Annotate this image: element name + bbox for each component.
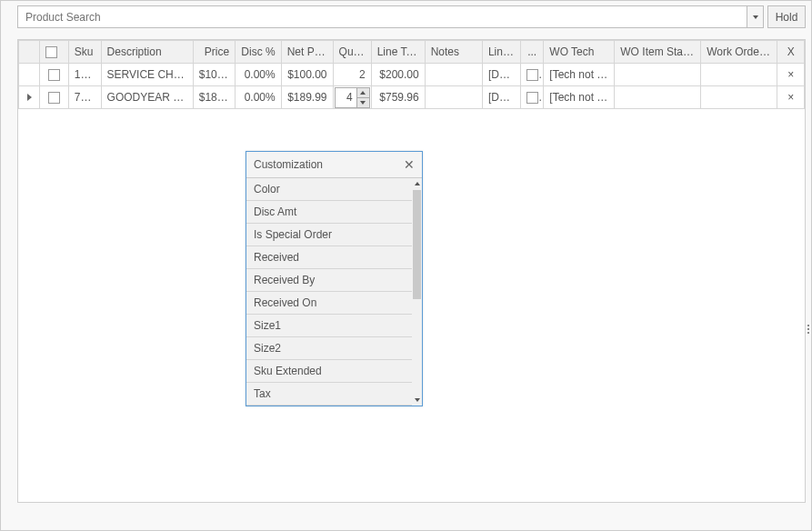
close-icon[interactable]: ✕ [404, 157, 415, 172]
customization-title: Customization [254, 158, 323, 171]
col-line-i[interactable]: Line I... [482, 41, 520, 64]
cell-price[interactable]: $189··· [193, 86, 235, 109]
quantity-stepper[interactable]: 4 [335, 87, 370, 108]
checkbox-icon [48, 92, 60, 104]
cell-work-order-id[interactable] [701, 86, 777, 109]
hold-button[interactable]: Hold [767, 5, 806, 28]
spin-down-button[interactable] [357, 98, 369, 107]
checkbox-icon [45, 46, 57, 58]
cell-description[interactable]: SERVICE CHARGE... [101, 64, 193, 86]
checkbox-icon [526, 92, 538, 104]
col-wo-tech[interactable]: WO Tech [544, 41, 615, 64]
cell-indicator [19, 64, 40, 86]
customization-item[interactable]: Color [246, 178, 412, 201]
product-search-input[interactable] [18, 6, 747, 27]
customization-header[interactable]: Customization ✕ [246, 152, 422, 178]
cell-select[interactable] [40, 64, 69, 86]
cell-net-price[interactable]: $189.99 [281, 86, 333, 109]
col-price[interactable]: Price [193, 41, 235, 64]
cell-indicator [19, 86, 40, 109]
cell-sku[interactable]: 76··· [68, 86, 101, 109]
cell-ellipsis-check[interactable] [521, 64, 544, 86]
chevron-down-icon [360, 101, 366, 105]
col-ellipsis[interactable]: ... [521, 41, 544, 64]
resize-grip-icon[interactable] [807, 325, 809, 334]
cell-disc-pct[interactable]: 0.00% [236, 86, 282, 109]
cell-line-total[interactable]: $759.96 [371, 86, 425, 109]
cell-line-total[interactable]: $200.00 [371, 64, 425, 86]
delete-row-button[interactable]: × [777, 64, 805, 86]
cell-work-order-id[interactable] [701, 64, 777, 86]
cell-notes[interactable] [425, 64, 482, 86]
customization-item[interactable]: Received By [246, 269, 412, 292]
customization-item[interactable]: Disc Amt [246, 201, 412, 224]
customization-item[interactable]: Tax [246, 383, 412, 406]
customization-item[interactable]: Received [246, 246, 412, 269]
cell-sku[interactable]: 10··· [68, 64, 101, 86]
product-search-wrap [17, 5, 764, 28]
delete-row-button[interactable]: × [777, 86, 805, 109]
customization-list: ColorDisc AmtIs Special OrderReceivedRec… [246, 178, 422, 406]
customization-item[interactable]: Received On [246, 292, 412, 315]
product-search-dropdown[interactable] [747, 6, 763, 27]
scroll-down-icon[interactable] [412, 395, 422, 406]
col-select-all[interactable] [40, 41, 69, 64]
cell-select[interactable] [40, 86, 69, 109]
cell-line-i[interactable]: [Def... [482, 64, 520, 86]
customization-scrollbar[interactable] [412, 178, 422, 406]
checkbox-icon [48, 69, 60, 81]
table-row[interactable]: 76···GOODYEAR ULT...$189···0.00%$189.994… [19, 86, 805, 109]
checkbox-icon [526, 69, 538, 81]
scroll-thumb[interactable] [413, 190, 421, 299]
col-disc-pct[interactable]: Disc % [236, 41, 282, 64]
current-row-indicator-icon [27, 94, 32, 101]
col-net-price[interactable]: Net Price [281, 41, 333, 64]
col-row-indicator[interactable] [19, 41, 40, 64]
cell-wo-tech[interactable]: [Tech not set] [544, 86, 615, 109]
cell-notes[interactable] [425, 86, 482, 109]
col-delete[interactable]: X [777, 41, 805, 64]
table-row[interactable]: 10···SERVICE CHARGE...$100···0.00%$100.0… [19, 64, 805, 86]
col-wo-item-status[interactable]: WO Item Status [615, 41, 701, 64]
col-sku[interactable]: Sku [68, 41, 101, 64]
col-notes[interactable]: Notes [425, 41, 482, 64]
spin-up-button[interactable] [357, 88, 369, 98]
chevron-up-icon [360, 91, 366, 95]
cell-wo-tech[interactable]: [Tech not set] [544, 64, 615, 86]
cell-wo-item-status[interactable] [615, 64, 701, 86]
customization-popup[interactable]: Customization ✕ ColorDisc AmtIs Special … [246, 151, 423, 406]
toolbar: Hold [1, 1, 811, 28]
cell-quantity[interactable]: 4 [333, 86, 371, 109]
customization-item[interactable]: Size2 [246, 337, 412, 360]
cell-line-i[interactable]: [Def... [482, 86, 520, 109]
customization-body: ColorDisc AmtIs Special OrderReceivedRec… [246, 178, 422, 406]
quantity-value: 4 [336, 88, 356, 107]
cell-description[interactable]: GOODYEAR ULT... [101, 86, 193, 109]
app-window: Hold Sku Description Price Disc % [0, 0, 812, 531]
customization-item[interactable]: Sku Extended [246, 360, 412, 383]
cell-disc-pct[interactable]: 0.00% [236, 64, 282, 86]
col-work-order-id[interactable]: Work Order Id [701, 41, 777, 64]
customization-item[interactable]: Size1 [246, 315, 412, 337]
scroll-up-icon[interactable] [412, 178, 422, 189]
cell-price[interactable]: $100··· [193, 64, 235, 86]
cell-quantity[interactable]: 2 [333, 64, 371, 86]
customization-item[interactable]: Is Special Order [246, 224, 412, 246]
col-quantity[interactable]: Quan··· [333, 41, 371, 64]
grid-header-row: Sku Description Price Disc % Net Price Q… [19, 41, 805, 64]
cell-ellipsis-check[interactable] [521, 86, 544, 109]
cell-net-price[interactable]: $100.00 [281, 64, 333, 86]
col-description[interactable]: Description [101, 41, 193, 64]
cell-wo-item-status[interactable] [615, 86, 701, 109]
chevron-down-icon [753, 15, 758, 19]
col-line-total[interactable]: Line To··· [371, 41, 425, 64]
